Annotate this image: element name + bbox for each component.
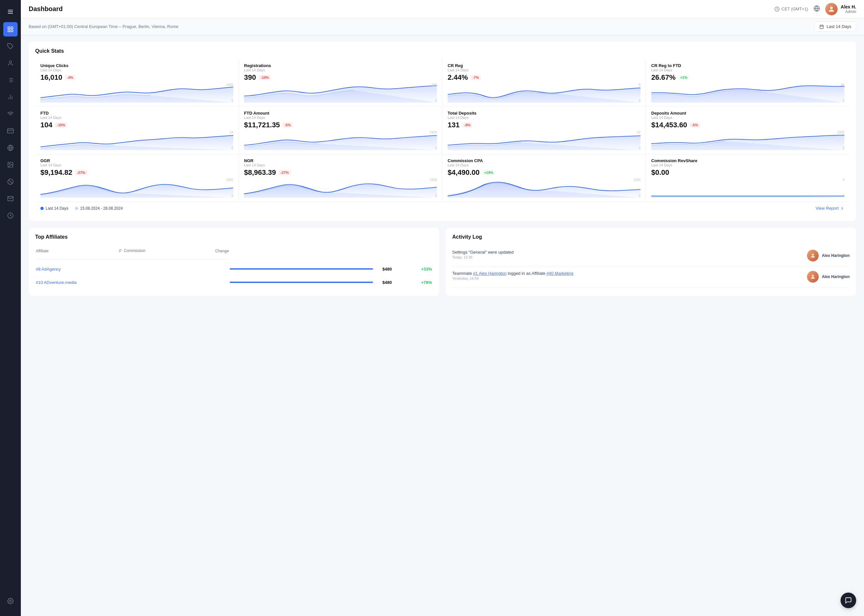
stat-value-row: 104 -10% [40, 121, 233, 129]
stat-item: CR Reg Last 14 Days 2.44% -7% 8 [442, 59, 646, 107]
chart-svg [651, 83, 844, 102]
sidebar-item-mail[interactable] [3, 192, 17, 206]
chart-scale-top: 100 [431, 83, 437, 86]
change-cell: +33% [393, 263, 432, 275]
svg-rect-33 [820, 25, 824, 29]
sidebar-item-media[interactable] [3, 157, 17, 172]
sidebar-item-settings[interactable] [3, 594, 17, 608]
chart-scale-top: 1000 [633, 178, 641, 182]
chart-svg [40, 83, 233, 102]
sidebar-item-tags[interactable] [3, 39, 17, 53]
activity-text: Settings "General" were updated [452, 250, 513, 255]
stat-label: Total Deposits [448, 111, 641, 116]
chart-scale-bottom: 0 [231, 99, 233, 102]
avatar [807, 271, 819, 283]
stat-value-row: 26.67% +1% [651, 73, 844, 82]
col-change: Change [216, 249, 229, 256]
chart-scale-top: 2400 [430, 130, 437, 134]
timezone-description: Based on (GMT+01:00) Central European Ti… [29, 24, 179, 29]
mini-chart: 2400 0 [40, 178, 233, 198]
date-range-button[interactable]: Last 14 Days [814, 22, 856, 31]
mini-chart: 24 0 [40, 130, 233, 150]
stat-value-row: $0.00 [651, 168, 844, 177]
sidebar-item-dashboard[interactable] [3, 22, 17, 36]
sidebar-item-reports[interactable] [3, 90, 17, 104]
chart-scale-top: 24 [230, 130, 233, 134]
sidebar-item-billing[interactable] [3, 124, 17, 138]
hamburger-menu[interactable] [4, 5, 17, 20]
legend-previous-label: 15.08.2024 - 28.08.2024 [80, 206, 123, 211]
main-content: Dashboard CET (GMT+1) Alex H. Admin [21, 0, 864, 616]
affiliate-link[interactable]: #10 ADventure.media [36, 280, 77, 285]
stat-label: Commission RevShare [651, 158, 844, 163]
chart-scale-bottom: 0 [231, 194, 233, 198]
sidebar-item-users[interactable] [3, 56, 17, 70]
stat-period: Last 14 Days [448, 163, 641, 167]
stat-label: Commission CPA [448, 158, 641, 163]
timezone-bar: Based on (GMT+01:00) Central European Ti… [21, 18, 864, 35]
activity-username: Alex Harington [822, 253, 850, 258]
stat-value-row: $9,194.82 -27% [40, 168, 233, 177]
stat-item: Deposits Amount Last 14 Days $14,453.60 … [646, 107, 850, 154]
avatar [825, 3, 837, 15]
stat-label: CR Reg [448, 63, 641, 68]
chart-scale-bottom: 0 [842, 194, 844, 198]
stat-badge: -10% [55, 123, 68, 127]
stat-label: Unique Clicks [40, 63, 233, 68]
activity-link[interactable]: #1 Alex Harington [473, 271, 507, 276]
user-profile[interactable]: Alex H. Admin [825, 3, 856, 15]
activity-link[interactable]: #40 Marketing [547, 271, 573, 276]
stat-value: 131 [448, 121, 460, 129]
stat-value: 104 [40, 121, 52, 129]
sidebar-item-list[interactable] [3, 73, 17, 87]
stat-period: Last 14 Days [244, 116, 437, 119]
legend-current-label: Last 14 Days [46, 206, 68, 211]
stat-item: Unique Clicks Last 14 Days 16,010 -4% 16… [35, 59, 239, 107]
sidebar-item-restrictions[interactable] [3, 174, 17, 189]
language-icon[interactable] [814, 5, 820, 13]
stat-item: GGR Last 14 Days $9,194.82 -27% 2400 [35, 154, 239, 201]
sidebar-item-feeds[interactable] [3, 107, 17, 121]
view-report-link[interactable]: View Report [815, 206, 844, 211]
stat-period: Last 14 Days [244, 68, 437, 72]
svg-point-28 [10, 600, 11, 602]
stat-label: FTD Amount [244, 111, 437, 116]
stat-badge: -9% [462, 123, 473, 127]
quick-stats-card: Quick Stats Unique Clicks Last 14 Days 1… [29, 42, 856, 221]
stat-value: 390 [244, 73, 256, 82]
stat-period: Last 14 Days [40, 163, 233, 167]
chart-scale-top: 2400 [430, 178, 437, 182]
activity-text-container: Teammate #1 Alex Harington logged in as … [452, 271, 573, 276]
chart-scale-bottom: 0 [639, 194, 641, 198]
sidebar-item-globe[interactable] [3, 141, 17, 155]
svg-point-40 [812, 254, 814, 256]
stat-item: FTD Amount Last 14 Days $11,721.35 -5% 2… [239, 107, 442, 154]
stat-value-row: 390 -10% [244, 73, 437, 82]
affiliates-table: Affiliate Commission Change [35, 245, 433, 289]
legend-previous: 15.08.2024 - 28.08.2024 [75, 206, 123, 211]
activity-list: Settings "General" were updated Today, 1… [452, 245, 850, 288]
chart-svg [448, 83, 641, 102]
svg-rect-6 [11, 30, 13, 32]
svg-rect-5 [8, 30, 10, 32]
stat-item: Commission CPA Last 14 Days $4,490.00 +1… [442, 154, 646, 201]
commission-cell: $480 [230, 263, 392, 275]
chart-scale-bottom: 0 [231, 146, 233, 150]
chart-svg [448, 178, 641, 198]
chart-scale-bottom: 0 [842, 99, 844, 102]
table-row: #8 AdAgency $480 +33% [36, 263, 432, 275]
stat-badge: -27% [279, 170, 291, 175]
col-affiliate: Affiliate [36, 249, 49, 256]
commission-value: $480 [376, 267, 392, 272]
mini-chart: 8 0 [448, 83, 641, 102]
sidebar-item-history[interactable] [3, 208, 17, 223]
top-affiliates-title: Top Affiliates [35, 234, 433, 240]
affiliate-link[interactable]: #8 AdAgency [36, 267, 61, 272]
date-range-label: Last 14 Days [826, 24, 851, 29]
commission-value: $480 [376, 280, 392, 285]
stat-label: NGR [244, 158, 437, 163]
stat-item: Commission RevShare Last 14 Days $0.00 4 [646, 154, 850, 201]
table-header: Affiliate Commission Change [36, 246, 229, 259]
chart-svg [651, 178, 844, 198]
chat-button[interactable] [840, 592, 856, 608]
